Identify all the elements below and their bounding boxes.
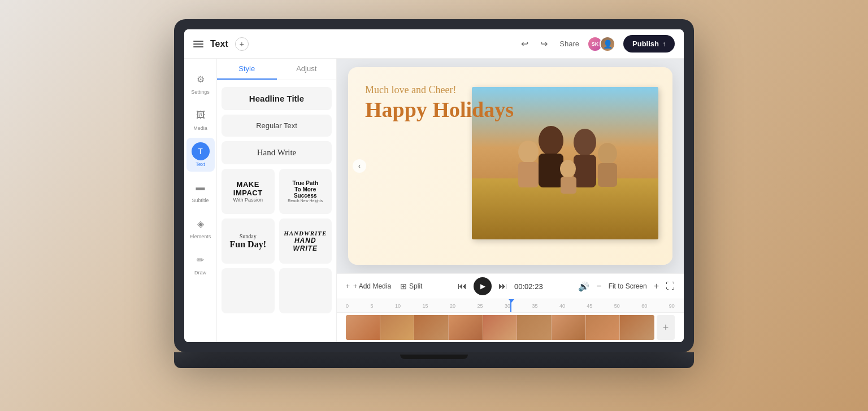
sidebar-item-text[interactable]: T Text — [186, 138, 215, 172]
mark-5: 5 — [370, 303, 373, 309]
card-title: Happy Holidays — [365, 98, 514, 122]
mark-40: 40 — [559, 303, 565, 309]
text-icon: T — [192, 142, 210, 160]
mark-25: 25 — [477, 303, 483, 309]
skip-back-button[interactable]: ⏮ — [458, 281, 467, 291]
fullscreen-button[interactable]: ⛶ — [666, 281, 675, 291]
svg-point-4 — [574, 129, 596, 156]
share-label: Share — [559, 40, 579, 48]
add-button[interactable]: + — [235, 37, 249, 51]
impact-title: MAKE IMPACT — [226, 180, 270, 197]
screen: Text + ↩ ↪ Share SK 👤 Publish ↑ — [184, 29, 684, 342]
panel-tabs: Style Adjust — [217, 59, 336, 80]
text-templates-grid: MAKE IMPACT With Passion True Path To Mo… — [222, 169, 332, 313]
laptop-notch — [400, 355, 468, 359]
sidebar-item-elements[interactable]: ◈ Elements — [186, 210, 215, 244]
template-sunday[interactable]: Sunday Fun Day! — [222, 218, 275, 264]
mark-0: 0 — [346, 303, 349, 309]
svg-point-10 — [560, 160, 576, 178]
split-icon: ⊞ — [400, 282, 407, 291]
handwrite-title: HandWrite — [284, 230, 327, 237]
laptop-body: Text + ↩ ↪ Share SK 👤 Publish ↑ — [174, 19, 694, 352]
timeline-center: ⏮ ▶ ⏭ 00:02:23 — [458, 277, 543, 295]
holiday-card[interactable]: Much love and Cheer! Happy Holidays — [348, 67, 672, 265]
sidebar-item-media[interactable]: 🖼 Media — [186, 102, 215, 135]
headline-title-btn[interactable]: Headline Title — [222, 87, 332, 110]
publish-button[interactable]: Publish ↑ — [623, 35, 675, 53]
track-thumb-8 — [586, 315, 620, 340]
fit-screen-button[interactable]: Fit to Screen — [609, 282, 647, 290]
sunday-line1: Sunday — [240, 233, 257, 239]
template-empty1 — [222, 268, 275, 313]
sidebar-item-draw[interactable]: ✏ Draw — [186, 246, 215, 280]
track-content[interactable] — [346, 315, 654, 340]
track-thumb-1 — [346, 315, 380, 340]
main-content: ⚙ Settings 🖼 Media T Text ▬ Subtitle — [184, 59, 684, 342]
path-subtitle: To More Success — [284, 186, 328, 199]
card-nav-left[interactable]: ‹ — [353, 159, 366, 173]
play-button[interactable]: ▶ — [474, 277, 492, 295]
avatar-group: SK 👤 — [587, 36, 615, 52]
sidebar-label-elements: Elements — [190, 234, 211, 239]
svg-rect-11 — [561, 177, 576, 194]
plus-zoom[interactable]: + — [654, 281, 659, 291]
template-handwrite[interactable]: HandWrite HAND WRITE — [279, 218, 332, 264]
split-button[interactable]: ⊞ Split — [400, 282, 422, 291]
canvas-area: Much love and Cheer! Happy Holidays — [337, 59, 684, 342]
impact-subtitle: With Passion — [233, 197, 263, 203]
redo-button[interactable]: ↪ — [536, 36, 552, 52]
handwrite-btn[interactable]: Hand Write — [222, 141, 332, 164]
add-media-button[interactable]: + + Add Media — [346, 282, 391, 290]
mark-45: 45 — [587, 303, 592, 309]
track-thumb-6 — [517, 315, 552, 340]
sidebar-icons: ⚙ Settings 🖼 Media T Text ▬ Subtitle — [184, 59, 217, 342]
canvas-viewport: Much love and Cheer! Happy Holidays — [337, 59, 684, 273]
track-thumb-9 — [620, 315, 654, 340]
card-subtitle: Much love and Cheer! — [365, 84, 514, 96]
bottom-controls: + + Add Media ⊞ Split ⏮ ▶ — [337, 273, 684, 342]
mark-90: 90 — [669, 303, 675, 309]
svg-rect-5 — [574, 155, 596, 187]
sidebar-item-settings[interactable]: ⚙ Settings — [186, 65, 215, 99]
template-impact[interactable]: MAKE IMPACT With Passion — [222, 169, 275, 214]
laptop-container: Text + ↩ ↪ Share SK 👤 Publish ↑ — [174, 19, 694, 392]
path-title: True Path — [292, 180, 318, 186]
top-bar-left: Text + — [193, 37, 249, 51]
card-text-section: Much love and Cheer! Happy Holidays — [365, 84, 514, 122]
svg-point-8 — [598, 143, 617, 164]
elements-icon: ◈ — [192, 215, 210, 233]
publish-label: Publish — [632, 40, 659, 48]
split-label: Split — [409, 282, 422, 290]
svg-rect-7 — [518, 162, 539, 187]
text-panel: Style Adjust Headline Title Regular Text… — [217, 59, 337, 342]
mark-50: 50 — [614, 303, 620, 309]
template-path[interactable]: True Path To More Success Reach New Heig… — [279, 169, 332, 214]
sunday-line2: Fun Day! — [230, 239, 266, 250]
playhead-triangle — [509, 299, 514, 303]
volume-button[interactable]: 🔊 — [578, 281, 589, 292]
sidebar-item-subtitle[interactable]: ▬ Subtitle — [186, 174, 215, 208]
track-add-button[interactable]: + — [657, 315, 675, 340]
sidebar-label-media: Media — [193, 125, 207, 131]
subtitle-icon: ▬ — [192, 178, 210, 196]
handwrite-title2: HAND WRITE — [284, 237, 328, 252]
add-media-plus: + — [346, 282, 350, 290]
tab-adjust[interactable]: Adjust — [277, 59, 337, 80]
draw-icon: ✏ — [192, 251, 210, 269]
skip-forward-button[interactable]: ⏭ — [498, 281, 507, 291]
timeline-right: 🔊 − Fit to Screen + ⛶ — [578, 281, 675, 292]
menu-icon[interactable] — [193, 41, 203, 47]
mark-60: 60 — [641, 303, 647, 309]
minus-zoom[interactable]: − — [596, 281, 601, 291]
svg-rect-3 — [539, 154, 563, 187]
upload-icon: ↑ — [662, 40, 666, 48]
timeline-track: + — [337, 313, 684, 342]
undo-button[interactable]: ↩ — [517, 36, 532, 52]
timeline-left: + + Add Media ⊞ Split — [346, 282, 422, 291]
mark-20: 20 — [450, 303, 455, 309]
track-thumb-5 — [483, 315, 518, 340]
tab-style[interactable]: Style — [217, 59, 277, 80]
avatar-photo: 👤 — [600, 36, 615, 52]
undo-redo-group: ↩ ↪ — [517, 36, 552, 52]
regular-text-btn[interactable]: Regular Text — [222, 115, 332, 137]
